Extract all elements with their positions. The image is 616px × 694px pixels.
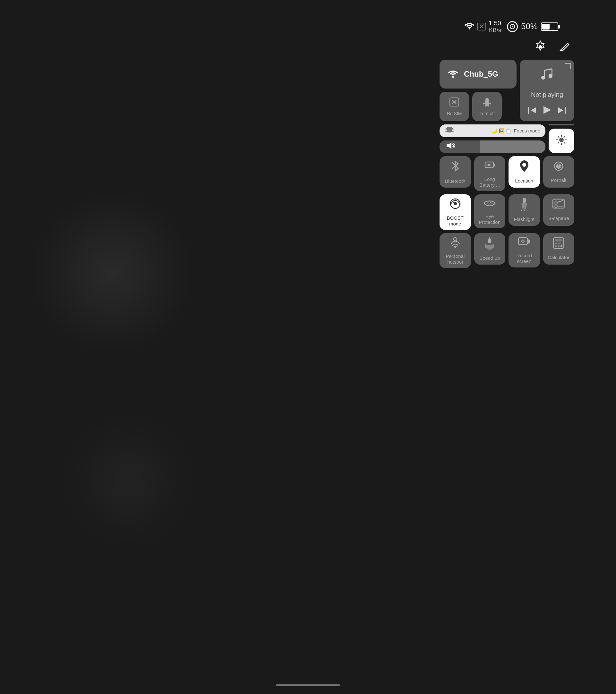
boost-mode-tile[interactable]: BOOST mode xyxy=(439,194,471,230)
music-next-icon[interactable] xyxy=(558,107,566,116)
svg-marker-10 xyxy=(543,106,551,114)
no-sim-label: No SIM xyxy=(447,111,462,116)
wifi-tile[interactable]: Chub_5G xyxy=(439,60,517,89)
svg-point-47 xyxy=(490,202,491,203)
music-play-icon[interactable] xyxy=(542,106,552,117)
edit-icon[interactable] xyxy=(556,38,573,55)
right-auto-tile: A xyxy=(549,124,574,153)
svg-rect-13 xyxy=(447,127,452,132)
slider-divider xyxy=(487,124,487,137)
svg-line-27 xyxy=(564,142,565,143)
calculator-tile[interactable]: Calculator xyxy=(543,233,575,264)
flashlight-tile[interactable]: Flashlight xyxy=(508,194,540,226)
brightness-area xyxy=(549,124,574,125)
svg-rect-60 xyxy=(488,241,491,243)
svg-line-28 xyxy=(564,136,565,137)
music-not-playing: Not playing xyxy=(531,91,563,98)
svg-rect-71 xyxy=(558,245,560,247)
svg-rect-48 xyxy=(523,198,526,203)
s-capture-icon xyxy=(552,199,565,213)
svg-line-51 xyxy=(521,210,522,211)
svg-line-52 xyxy=(526,210,527,211)
location-icon xyxy=(519,160,530,176)
network-speed: 1.50 KB/s xyxy=(489,19,501,34)
eye-protection-label: Eye Protection xyxy=(477,214,503,225)
svg-line-26 xyxy=(558,136,559,137)
music-note-icon xyxy=(541,67,554,84)
wifi-status-icon xyxy=(464,21,474,32)
auto-brightness-tile[interactable]: A xyxy=(549,129,574,153)
svg-point-59 xyxy=(454,238,457,241)
svg-point-64 xyxy=(522,240,524,242)
svg-point-2 xyxy=(512,26,513,27)
flashlight-icon xyxy=(520,198,528,214)
volume-fill xyxy=(439,141,479,153)
portrait-tile[interactable]: Portrait xyxy=(543,156,575,188)
svg-marker-9 xyxy=(531,107,536,113)
turn-off-label: Turn off xyxy=(479,111,494,116)
ringer-section xyxy=(445,125,483,136)
home-indicator xyxy=(276,684,340,686)
turn-off-tile[interactable]: Turn off xyxy=(472,92,502,121)
svg-line-16 xyxy=(446,131,447,132)
bluetooth-label: Bluetooth xyxy=(445,178,465,184)
ringer-focus-tile[interactable]: 🌙 🖼️ 📋 Focus mode xyxy=(439,124,545,137)
sim-icon: ✕ xyxy=(477,23,486,31)
long-battery-icon xyxy=(484,159,495,174)
location-tile[interactable]: Location xyxy=(508,156,540,188)
airplane-icon xyxy=(482,97,492,109)
portrait-label: Portrait xyxy=(551,177,566,183)
row-wifi-music: Chub_5G No SIM xyxy=(439,60,574,121)
svg-rect-66 xyxy=(555,239,562,241)
volume-tile[interactable] xyxy=(439,141,545,153)
music-controls xyxy=(528,106,566,117)
svg-line-56 xyxy=(557,200,563,202)
speed-up-label: Speed up xyxy=(479,255,500,261)
svg-line-17 xyxy=(452,128,453,129)
svg-marker-12 xyxy=(558,107,563,113)
music-corner-decoration xyxy=(565,63,571,69)
long-battery-tile[interactable]: Long Battery ... xyxy=(474,156,506,191)
left-sliders: 🌙 🖼️ 📋 Focus mode xyxy=(439,124,545,153)
record-screen-tile[interactable]: Record screen xyxy=(508,233,540,268)
boost-mode-label: BOOST mode xyxy=(443,215,468,227)
svg-rect-67 xyxy=(555,243,557,244)
volume-icon xyxy=(446,141,456,152)
personal-hotspot-label: Personal hotspot xyxy=(443,253,468,265)
svg-line-14 xyxy=(446,128,447,129)
personal-hotspot-icon xyxy=(449,236,461,251)
svg-rect-68 xyxy=(558,243,560,244)
music-prev-icon[interactable] xyxy=(528,107,537,116)
settings-icon[interactable] xyxy=(532,38,549,55)
photo-icon: 🖼️ xyxy=(499,128,504,133)
svg-point-34 xyxy=(488,164,490,166)
no-sim-tile[interactable]: No SIM xyxy=(439,92,469,121)
svg-line-43 xyxy=(452,202,452,202)
svg-point-58 xyxy=(454,247,456,248)
music-tile[interactable]: Not playing xyxy=(520,60,574,121)
record-screen-icon xyxy=(518,236,531,250)
svg-rect-72 xyxy=(561,245,562,247)
bluetooth-tile[interactable]: Bluetooth xyxy=(439,156,471,188)
small-tiles-row: No SIM Turn off xyxy=(439,92,517,121)
svg-point-0 xyxy=(469,28,470,30)
data-saver-icon xyxy=(507,21,518,32)
speed-up-tile[interactable]: Speed up xyxy=(474,233,506,264)
svg-rect-70 xyxy=(555,245,557,247)
location-label: Location xyxy=(515,178,533,184)
svg-point-35 xyxy=(522,163,526,167)
battery-percent: 50% xyxy=(521,21,538,32)
svg-rect-11 xyxy=(565,107,566,114)
status-right: 50% xyxy=(507,21,558,32)
svg-line-44 xyxy=(458,202,459,202)
bg-glow-1 xyxy=(32,193,193,353)
focus-mode-section: 🌙 🖼️ 📋 Focus mode xyxy=(491,128,540,134)
svg-text:A: A xyxy=(561,138,563,142)
s-capture-tile[interactable]: S-capture xyxy=(543,194,575,226)
control-center-panel: Chub_5G No SIM xyxy=(439,38,574,268)
wifi-tile-icon xyxy=(447,68,459,80)
eye-protection-tile[interactable]: Eye Protection xyxy=(474,194,506,229)
personal-hotspot-tile[interactable]: Personal hotspot xyxy=(439,233,471,268)
svg-line-19 xyxy=(452,131,453,132)
bg-glow-2 xyxy=(64,417,193,545)
